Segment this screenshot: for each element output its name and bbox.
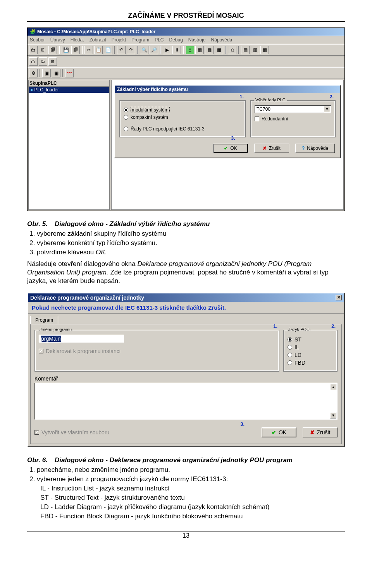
- radio-compact[interactable]: kompaktní systém: [124, 115, 241, 120]
- toolbar-button[interactable]: 💾: [62, 46, 70, 54]
- radio-il[interactable]: IL: [288, 344, 333, 350]
- help-button[interactable]: ? Nápověda: [295, 144, 335, 153]
- ok-button[interactable]: ✔ OK: [262, 427, 296, 437]
- figure-label: Obr. 5.: [27, 220, 48, 228]
- app-icon: 🧩: [30, 29, 36, 34]
- tab-program[interactable]: Program: [30, 316, 58, 324]
- separator: [82, 46, 83, 54]
- close-button[interactable]: ✕: [336, 295, 342, 300]
- figure-caption-text: Dialogové okno - Deklarace programové or…: [55, 456, 293, 464]
- ok-button[interactable]: ✔ OK: [213, 144, 248, 153]
- menu-item[interactable]: Soubor: [30, 37, 45, 43]
- ide-menubar: Soubor Úpravy Hledat Zobrazit Projekt Pr…: [28, 36, 344, 44]
- radio-st[interactable]: ST: [288, 336, 333, 343]
- menu-item[interactable]: Debug: [169, 37, 183, 43]
- toolbar-button[interactable]: 🔍: [140, 46, 148, 54]
- menu-item[interactable]: Zobrazit: [89, 37, 106, 43]
- scroll-up-icon[interactable]: ▲: [330, 384, 336, 390]
- callout-1: 1.: [239, 94, 244, 99]
- project-tree[interactable]: SkupinaPLC ● PLC_loader: [28, 80, 110, 210]
- cross-icon: ✘: [310, 429, 315, 435]
- program-name-input[interactable]: prgMain: [39, 335, 124, 343]
- radio-label: kompaktní systém: [131, 115, 168, 120]
- list-item: FBD - Function Block Diagram - jazyk fun…: [29, 512, 345, 521]
- check-icon: ✔: [224, 146, 228, 151]
- toolbar-button[interactable]: ↶: [117, 46, 126, 54]
- list-item: 3. potvrdíme klávesou OK.: [29, 248, 345, 257]
- chk-redundant[interactable]: Redundantní: [255, 116, 331, 122]
- radio-icon: [288, 353, 292, 357]
- ide-titlebar: 🧩 Mosaic - C:\MosaicApp\SkupinaPLC.mpr: …: [28, 28, 344, 36]
- button-label: Zrušit: [317, 429, 331, 435]
- doc-header-title: ZAČÍNÁME V PROSTŘEDÍ MOSAIC: [27, 12, 345, 20]
- toolbar-button[interactable]: ⚙: [29, 69, 38, 77]
- radio-modular[interactable]: modulární systém: [124, 107, 241, 113]
- figure-caption-6: Obr. 6. Dialogové okno - Deklarace progr…: [27, 456, 345, 464]
- toolbar-button[interactable]: ▦: [195, 46, 204, 54]
- toolbar-button[interactable]: ▦: [205, 46, 214, 54]
- toolbar-button[interactable]: 📋: [94, 46, 103, 54]
- toolbar-button[interactable]: 🗀: [29, 46, 38, 54]
- menu-item[interactable]: Nástroje: [188, 37, 206, 43]
- comment-textarea[interactable]: ▲ ▼: [34, 383, 338, 420]
- radio-noiec[interactable]: Řady PLC nepodpující IEC 61131-3: [124, 126, 241, 132]
- radio-fbd[interactable]: FBD: [288, 360, 333, 366]
- chevron-down-icon: ▼: [324, 106, 330, 112]
- callout-1: 1.: [273, 323, 277, 329]
- plc-series-select[interactable]: TC700 ▼: [255, 105, 331, 113]
- list-item: 1. vybereme základní skupiny řídícího sy…: [29, 230, 345, 238]
- separator: [59, 46, 60, 54]
- toolbar-button[interactable]: ⎙: [228, 46, 236, 54]
- menu-item[interactable]: Hledat: [71, 37, 84, 43]
- toolbar-button[interactable]: 🗎: [39, 46, 47, 54]
- toolbar-button[interactable]: ✂: [84, 46, 93, 54]
- dialog-titlebar: Deklarace programové organizační jednotk…: [28, 293, 344, 302]
- toolbar-button[interactable]: 🗐: [48, 46, 57, 54]
- callout-2: 2.: [331, 323, 336, 329]
- toolbar-button[interactable]: ↷: [127, 46, 135, 54]
- toolbar-button[interactable]: ⏸: [172, 46, 181, 54]
- toolbar-button[interactable]: ▶: [163, 46, 171, 54]
- figure-label: Obr. 6.: [27, 456, 48, 464]
- toolbar-button[interactable]: ▦: [260, 46, 269, 54]
- toolbar-button[interactable]: 🔎: [150, 46, 158, 54]
- radio-ld[interactable]: LD: [288, 352, 333, 358]
- toolbar-button[interactable]: 🗂: [39, 57, 47, 66]
- cross-icon: ✘: [263, 146, 267, 151]
- radio-label: FBD: [294, 360, 305, 366]
- cancel-button[interactable]: ✘ Zrušit: [254, 144, 289, 153]
- radio-icon: [124, 127, 128, 131]
- button-label: Nápověda: [307, 146, 328, 151]
- callout-3: 3.: [231, 135, 235, 141]
- toolbar-button[interactable]: 〰: [65, 69, 74, 77]
- menu-item[interactable]: Úpravy: [50, 37, 65, 43]
- list-item: ST - Structured Text - jazyk strukturova…: [29, 494, 345, 502]
- toolbar-button[interactable]: E: [186, 46, 194, 54]
- ide-toolbar-1: 🗀 🗎 🗐 💾 🗐 ✂ 📋 📄 ↶ ↷ 🔍 🔎 ▶ ⏸ E ▦ ▦ ▦: [28, 44, 344, 56]
- toolbar-button[interactable]: 🗀: [29, 57, 38, 66]
- toolbar-button[interactable]: 🗐: [71, 46, 80, 54]
- scroll-down-icon[interactable]: ▼: [330, 412, 336, 418]
- cancel-button[interactable]: ✘ Zrušit: [303, 427, 338, 437]
- ordered-list-2: 1. ponecháme, nebo změníme jméno program…: [29, 466, 345, 521]
- toolbar-button[interactable]: ▤: [241, 46, 250, 54]
- tab-strip: Program: [28, 314, 344, 324]
- menu-item[interactable]: Program: [131, 37, 149, 43]
- list-item: 2. vybereme jeden z programovacích jazyk…: [29, 475, 345, 483]
- doc-header-rule: [27, 21, 345, 22]
- group-legend: Jméno programu: [38, 327, 73, 332]
- separator: [238, 46, 239, 54]
- toolbar-button[interactable]: ▥: [251, 46, 259, 54]
- toolbar-button[interactable]: 📄: [104, 46, 112, 54]
- toolbar-button[interactable]: ▣: [42, 69, 51, 77]
- menu-item[interactable]: PLC: [155, 37, 164, 43]
- toolbar-button[interactable]: ▦: [215, 46, 223, 54]
- separator: [225, 46, 226, 54]
- tree-item-selected[interactable]: ● PLC_loader: [29, 87, 109, 93]
- menu-item[interactable]: Projekt: [112, 37, 126, 43]
- toolbar-button[interactable]: ▣: [52, 69, 60, 77]
- separator: [137, 46, 138, 54]
- toolbar-button[interactable]: 🗎: [48, 57, 57, 66]
- menu-item[interactable]: Nápověda: [211, 37, 232, 43]
- radio-icon: [288, 345, 292, 350]
